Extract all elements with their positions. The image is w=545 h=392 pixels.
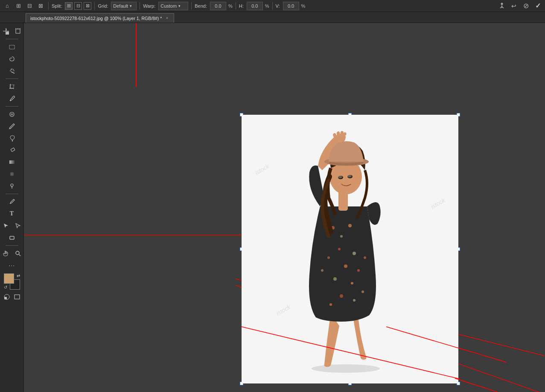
move-tool[interactable] xyxy=(0,26,12,37)
move-tools xyxy=(0,26,23,37)
svg-point-57 xyxy=(321,269,324,272)
svg-rect-28 xyxy=(9,160,15,164)
svg-rect-11 xyxy=(9,45,15,49)
bend-input[interactable] xyxy=(210,2,226,10)
gradient-tool[interactable] xyxy=(6,157,17,168)
tab-close-button[interactable]: × xyxy=(164,16,169,21)
path-select-tool[interactable] xyxy=(0,220,12,231)
direct-select-tool[interactable] xyxy=(12,220,23,231)
svg-rect-7 xyxy=(16,29,20,33)
photo-content: istock istock istock istock xyxy=(242,115,458,383)
warp-dropdown[interactable]: Custom ▾ xyxy=(158,2,188,10)
quick-mask-icon[interactable] xyxy=(2,292,12,302)
svg-point-22 xyxy=(10,100,11,101)
h-input[interactable] xyxy=(247,2,263,10)
home-icon[interactable]: ⌂ xyxy=(3,1,12,11)
brush-tool[interactable] xyxy=(6,121,17,132)
watermark-1: istock xyxy=(254,163,270,176)
extras-tool[interactable]: ··· xyxy=(6,260,17,271)
svg-marker-34 xyxy=(4,224,8,228)
hand-tool[interactable] xyxy=(0,248,12,259)
split-label: Split: xyxy=(52,3,62,9)
reset-colors[interactable]: ↺ xyxy=(4,285,7,290)
svg-rect-27 xyxy=(11,148,15,151)
shape-tool[interactable] xyxy=(6,232,17,243)
marquee-rect-tool[interactable] xyxy=(6,41,17,52)
color-swatches[interactable]: ↺ ⇄ xyxy=(4,273,20,290)
image-frame[interactable]: istock istock istock istock xyxy=(242,115,458,383)
v-percent: % xyxy=(301,3,306,9)
clone-stamp-tool[interactable] xyxy=(6,133,17,144)
warp-label: Warp: xyxy=(143,3,155,9)
svg-point-47 xyxy=(340,235,343,238)
text-tool[interactable]: T xyxy=(6,208,17,219)
svg-point-49 xyxy=(338,248,341,250)
svg-point-33 xyxy=(10,203,11,204)
sep4 xyxy=(191,2,192,10)
split-two-icon[interactable]: ⊟ xyxy=(74,2,82,10)
woman-figure xyxy=(269,121,431,377)
svg-point-37 xyxy=(16,251,19,255)
zoom-tool[interactable] xyxy=(12,248,23,259)
svg-point-67 xyxy=(338,176,342,178)
magic-wand-tool[interactable] xyxy=(6,65,17,76)
main-layout: T ··· xyxy=(0,23,545,392)
split-none-icon[interactable]: ⊞ xyxy=(65,2,73,10)
svg-rect-36 xyxy=(10,236,14,239)
eraser-tool[interactable] xyxy=(6,145,17,156)
split-h-icon[interactable]: ⊠ xyxy=(36,1,45,11)
svg-line-15 xyxy=(11,69,12,70)
confirm-transform-icon[interactable]: ✓ xyxy=(533,1,542,11)
svg-point-45 xyxy=(312,364,380,373)
grid-dropdown[interactable]: Default ▾ xyxy=(111,2,137,10)
eyedropper-tool[interactable] xyxy=(6,93,17,104)
svg-point-0 xyxy=(501,3,503,5)
top-toolbar: ⌂ ⊞ ⊟ ⊠ Split: ⊞ ⊟ ⊠ Grid: Default ▾ War… xyxy=(0,0,545,12)
split-grid-icon[interactable]: ⊞ xyxy=(14,1,23,11)
dodge-tool[interactable] xyxy=(6,180,17,192)
canvas-area[interactable]: istock istock istock istock xyxy=(24,23,545,392)
artboard-tool[interactable] xyxy=(12,26,23,37)
svg-line-17 xyxy=(11,72,15,73)
document-tab[interactable]: istockphoto-503922278-612x612.jpg @ 100%… xyxy=(26,13,174,23)
sep3 xyxy=(140,2,140,10)
pen-tool[interactable] xyxy=(6,196,17,207)
lasso-tool[interactable] xyxy=(6,53,17,64)
svg-point-68 xyxy=(347,175,352,177)
h-label: H: xyxy=(239,3,244,9)
blur-tool[interactable] xyxy=(6,168,17,180)
sep5 xyxy=(236,2,236,10)
crop-tool[interactable] xyxy=(6,81,17,92)
svg-line-38 xyxy=(19,255,20,256)
foreground-color[interactable] xyxy=(4,273,14,284)
svg-rect-41 xyxy=(15,295,20,299)
split-four-icon[interactable]: ⊠ xyxy=(84,2,91,10)
h-percent: % xyxy=(265,3,269,9)
healing-tool[interactable] xyxy=(6,109,17,120)
v-input[interactable] xyxy=(283,2,299,10)
tab-bar: istockphoto-503922278-612x612.jpg @ 100%… xyxy=(0,12,545,23)
v-label: V: xyxy=(276,3,280,9)
sep2 xyxy=(94,2,95,10)
svg-point-56 xyxy=(364,256,366,259)
svg-point-51 xyxy=(327,256,330,259)
tool-sep3 xyxy=(6,106,18,107)
svg-point-30 xyxy=(11,173,13,175)
grid-label: Grid: xyxy=(98,3,108,9)
tool-sep4 xyxy=(6,194,18,194)
swap-colors[interactable]: ⇄ xyxy=(17,273,20,278)
svg-point-54 xyxy=(333,277,337,281)
left-toolbox: T ··· xyxy=(0,23,24,392)
svg-point-53 xyxy=(357,269,360,272)
bottom-tools xyxy=(2,292,22,302)
screen-mode-icon[interactable] xyxy=(12,292,22,302)
puppet-warp-icon[interactable] xyxy=(497,1,507,11)
svg-point-50 xyxy=(353,252,356,255)
sep1 xyxy=(48,2,49,10)
split-v-icon[interactable]: ⊟ xyxy=(25,1,34,11)
cancel-transform-icon[interactable]: ⊘ xyxy=(521,1,530,11)
select-tools xyxy=(0,220,23,231)
photo-background: istock istock istock istock xyxy=(242,115,458,383)
undo-transform-icon[interactable]: ↩ xyxy=(509,1,519,11)
svg-point-31 xyxy=(11,184,13,186)
